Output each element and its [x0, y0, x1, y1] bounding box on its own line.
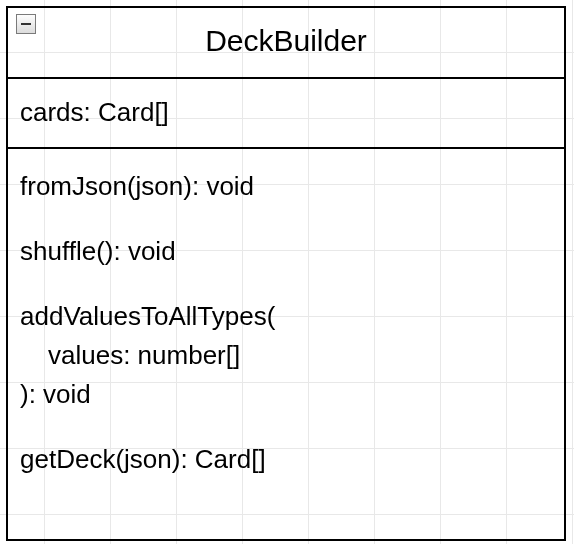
class-name: DeckBuilder	[205, 24, 367, 57]
attributes-section: cards: Card[]	[8, 77, 564, 147]
method-line: ): void	[20, 375, 552, 414]
method-line: getDeck(json): Card[]	[20, 440, 552, 479]
method-line: shuffle(): void	[20, 232, 552, 271]
attribute-signature: cards: Card[]	[20, 97, 169, 127]
methods-section: fromJson(json): void shuffle(): void add…	[8, 147, 564, 539]
collapse-button[interactable]	[16, 14, 36, 34]
method-item: getDeck(json): Card[]	[20, 440, 552, 479]
method-item: addValuesToAllTypes( values: number[] ):…	[20, 297, 552, 414]
method-line: fromJson(json): void	[20, 167, 552, 206]
attribute-item: cards: Card[]	[20, 93, 552, 132]
class-title-section: DeckBuilder	[8, 8, 564, 77]
uml-class-box: DeckBuilder cards: Card[] fromJson(json)…	[6, 6, 566, 541]
method-item: shuffle(): void	[20, 232, 552, 271]
minus-icon	[21, 23, 31, 25]
method-item: fromJson(json): void	[20, 167, 552, 206]
method-line: values: number[]	[20, 336, 552, 375]
method-line: addValuesToAllTypes(	[20, 297, 552, 336]
